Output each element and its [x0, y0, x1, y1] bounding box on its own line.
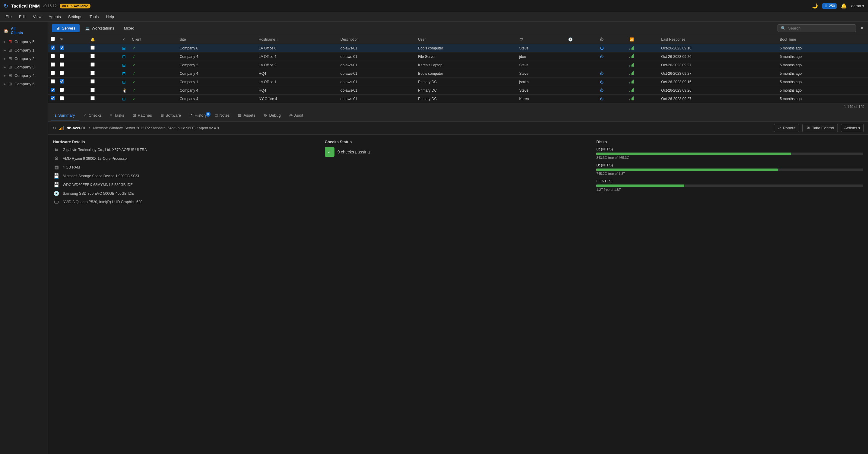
row-checkbox[interactable] [51, 62, 55, 67]
filter-icon[interactable]: ▼ [860, 26, 864, 31]
row-checkbox[interactable] [51, 88, 55, 92]
tab-checks[interactable]: ✓ Checks [79, 110, 106, 121]
agent-signal-bar [59, 126, 64, 130]
windows-icon: ⊞ [122, 79, 126, 85]
menu-help[interactable]: Help [103, 13, 117, 20]
update-badge[interactable]: v0.16.5 available [60, 4, 91, 8]
take-control-label: Take Control [812, 126, 834, 130]
notification-icon[interactable]: 🔔 [841, 3, 847, 9]
tab-patches[interactable]: ⊡ Patches [128, 110, 156, 121]
cell-description: Karen's Laptop [415, 61, 517, 69]
signal-bar [629, 88, 634, 92]
agent-refresh-icon[interactable]: ↻ [53, 126, 56, 131]
signal-bar [629, 62, 634, 67]
th-site[interactable]: Site [177, 35, 256, 44]
search-input[interactable] [788, 26, 852, 30]
table-row[interactable]: 🐧 ✓ Company 4 HQ4 db-aws-01 Primary DC S… [48, 86, 868, 95]
tab-notes[interactable]: □ Notes [211, 110, 234, 121]
tab-workstations[interactable]: 💻 Workstations [81, 24, 119, 32]
table-row[interactable]: ⊞ ✓ Company 1 LA Office 1 db-aws-01 Prim… [48, 78, 868, 86]
tab-history[interactable]: ↺ History 8 [185, 110, 211, 121]
signal-bar [629, 71, 634, 75]
menu-edit[interactable]: Edit [16, 13, 29, 20]
table-row[interactable]: ⊞ ✓ Company 4 HQ4 db-aws-01 Bob's comput… [48, 69, 868, 78]
row-mail-checkbox[interactable] [60, 88, 64, 92]
row-notif-checkbox[interactable] [91, 45, 95, 50]
moon-icon[interactable]: 🌙 [812, 3, 818, 9]
sidebar-all-clients[interactable]: 🏠 All Clients [0, 24, 48, 37]
disk-icon-1: 💾 [53, 173, 60, 179]
sidebar-item-company3[interactable]: ▶ ⊞ Company 3 [0, 63, 48, 71]
row-checkbox[interactable] [51, 79, 55, 84]
sidebar-label-company2: Company 2 [14, 56, 34, 61]
row-notif-checkbox[interactable] [91, 88, 95, 92]
row-mail-checkbox[interactable] [60, 79, 64, 84]
row-checkbox[interactable] [51, 54, 55, 58]
info-icon: ℹ [55, 113, 56, 118]
table-row[interactable]: ⊞ ✓ Company 6 LA Office 6 db-aws-01 Bob'… [48, 44, 868, 53]
sidebar-item-company6[interactable]: ▶ ⊞ Company 6 [0, 79, 48, 88]
menu-tools[interactable]: Tools [87, 13, 102, 20]
row-checkbox[interactable] [51, 71, 55, 75]
tab-mixed-label: Mixed [124, 26, 134, 30]
tab-software[interactable]: ⊞ Software [156, 110, 185, 121]
menu-file[interactable]: File [2, 13, 15, 20]
th-last-response[interactable]: Last Response [659, 35, 777, 44]
tab-debug[interactable]: ⚙ Debug [259, 110, 285, 121]
row-checkbox[interactable] [51, 96, 55, 100]
th-description[interactable]: Description [338, 35, 415, 44]
menu-settings[interactable]: Settings [65, 13, 85, 20]
cell-boot-time: 5 months ago [777, 44, 868, 53]
tab-summary[interactable]: ℹ Summary [51, 110, 79, 121]
search-box[interactable]: 🔍 [777, 25, 856, 32]
sidebar-label-company6: Company 6 [14, 82, 34, 86]
row-mail-checkbox[interactable] [60, 54, 64, 58]
sidebar-item-company2[interactable]: ▶ ⊞ Company 2 [0, 54, 48, 63]
sidebar-item-company1[interactable]: ▶ ⊞ Company 1 [0, 46, 48, 54]
titlebar: ↻ Tactical RMM v0.15.12 v0.16.5 availabl… [0, 0, 868, 12]
cell-user: Steve [517, 44, 566, 53]
tab-assets[interactable]: ▦ Assets [234, 110, 259, 121]
take-control-button[interactable]: 🖥 Take Control [802, 124, 838, 132]
refresh-icon[interactable]: ↻ [4, 3, 8, 9]
user-menu[interactable]: demo ▾ [851, 4, 864, 8]
disk-d-label: D: (NTFS) [596, 163, 863, 167]
sidebar-item-company4[interactable]: ▶ ⊞ Company 4 [0, 71, 48, 79]
th-client[interactable]: Client [130, 35, 177, 44]
hw-item-cpu: ⚙ AMD Ryzen 9 3900X 12-Core Processor [53, 156, 320, 161]
select-all-checkbox[interactable] [51, 37, 55, 41]
sidebar: 🏠 All Clients ▶ ⊞ Company 5 ▶ ⊞ Company … [0, 22, 48, 454]
th-user[interactable]: User [415, 35, 517, 44]
row-notif-checkbox[interactable] [91, 71, 95, 75]
cell-client: Company 4 [177, 95, 256, 103]
row-mail-checkbox[interactable] [60, 45, 64, 50]
popout-button[interactable]: ⤢ Popout [774, 124, 799, 132]
row-notif-checkbox[interactable] [91, 62, 95, 67]
row-notif-checkbox[interactable] [91, 96, 95, 100]
row-mail-checkbox[interactable] [60, 71, 64, 75]
menu-view[interactable]: View [30, 13, 44, 20]
sidebar-item-company5[interactable]: ▶ ⊞ Company 5 [0, 37, 48, 46]
monitor-ctrl-icon: 🖥 [806, 126, 810, 130]
row-mail-checkbox[interactable] [60, 96, 64, 100]
assets-icon: ▦ [238, 113, 242, 118]
tab-servers[interactable]: 🖥 Servers [52, 24, 80, 32]
cell-client: Company 2 [177, 61, 256, 69]
table-row[interactable]: ⊞ ✓ Company 2 LA Office 2 db-aws-01 Kare… [48, 61, 868, 69]
row-notif-checkbox[interactable] [91, 79, 95, 84]
table-row[interactable]: ⊞ ✓ Company 4 LA Office 4 db-aws-01 File… [48, 53, 868, 61]
servers-icon: 🖥 [56, 26, 60, 30]
menu-agents[interactable]: Agents [45, 13, 64, 20]
tab-mixed[interactable]: Mixed [120, 24, 139, 32]
tab-audit[interactable]: ◎ Audit [285, 110, 308, 121]
monitor-icon[interactable]: 🖥 250 [822, 3, 837, 9]
row-notif-checkbox[interactable] [91, 54, 95, 58]
cell-site: LA Office 2 [256, 61, 338, 69]
th-hostname[interactable]: Hostname ↑ [256, 35, 338, 44]
table-row[interactable]: ⊞ ✓ Company 4 NY Office 4 db-aws-01 Prim… [48, 95, 868, 103]
th-boot-time[interactable]: Boot Time [777, 35, 868, 44]
actions-button[interactable]: Actions ▾ [841, 124, 864, 132]
tab-tasks[interactable]: ≡ Tasks [106, 110, 128, 121]
row-mail-checkbox[interactable] [60, 62, 64, 67]
row-checkbox[interactable] [51, 45, 55, 50]
